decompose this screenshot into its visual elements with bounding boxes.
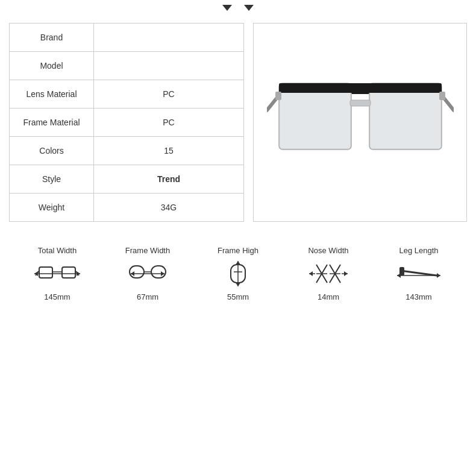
svg-marker-35 xyxy=(344,271,348,276)
table-value xyxy=(94,24,244,52)
svg-marker-34 xyxy=(309,271,313,276)
measurement-item: Nose Width 14mm xyxy=(289,246,368,301)
measurement-label: Frame Width xyxy=(125,246,170,255)
measurement-value: 14mm xyxy=(318,292,339,301)
measurement-item: Frame Width 67mm xyxy=(108,246,187,301)
table-row: Brand xyxy=(10,24,244,52)
measurement-item: Leg Length 143mm xyxy=(380,246,458,301)
leg-length-icon xyxy=(395,259,443,289)
svg-rect-15 xyxy=(62,267,75,278)
table-label: Colors xyxy=(10,137,94,165)
svg-rect-4 xyxy=(371,84,440,148)
right-triangle-icon xyxy=(244,5,254,11)
frame-width-icon xyxy=(124,259,172,289)
measurement-label: Nose Width xyxy=(308,246,348,255)
svg-rect-22 xyxy=(130,266,144,278)
measurements-section: Total Width 145mmFrame Width 67mmFrame H… xyxy=(0,234,476,307)
svg-rect-23 xyxy=(151,266,166,278)
product-info-table: BrandModelLens MaterialPCFrame MaterialP… xyxy=(9,23,244,222)
measurement-item: Total Width 145mm xyxy=(18,246,96,301)
table-row: Lens MaterialPC xyxy=(10,80,244,109)
svg-rect-6 xyxy=(279,83,442,93)
product-info-header xyxy=(0,0,476,17)
product-image-box xyxy=(253,23,467,222)
measurement-value: 67mm xyxy=(137,292,158,301)
table-value: PC xyxy=(94,109,244,137)
product-image xyxy=(267,62,454,183)
frame-high-icon xyxy=(214,259,262,289)
table-value: PC xyxy=(94,80,244,109)
table-row: Colors15 xyxy=(10,137,244,165)
svg-rect-9 xyxy=(275,92,281,100)
total-width-icon xyxy=(33,259,81,289)
svg-rect-10 xyxy=(439,92,445,100)
svg-line-39 xyxy=(401,271,437,276)
table-row: Model xyxy=(10,52,244,80)
table-row: Weight34G xyxy=(10,194,244,222)
main-content: BrandModelLens MaterialPCFrame MaterialP… xyxy=(0,17,476,228)
table-label: Weight xyxy=(10,194,94,222)
measurement-value: 143mm xyxy=(406,292,431,301)
table-label: Brand xyxy=(10,24,94,52)
table-value: Trend xyxy=(94,165,244,194)
svg-rect-2 xyxy=(280,84,350,148)
table-label: Model xyxy=(10,52,94,80)
nose-width-icon xyxy=(304,259,352,289)
svg-rect-40 xyxy=(399,267,404,276)
table-value: 15 xyxy=(94,137,244,165)
table-label: Frame Material xyxy=(10,109,94,137)
table-label: Style xyxy=(10,165,94,194)
measurement-label: Total Width xyxy=(38,246,77,255)
table-row: Frame MaterialPC xyxy=(10,109,244,137)
table-value xyxy=(94,52,244,80)
left-triangle-icon xyxy=(222,5,232,11)
measurement-value: 145mm xyxy=(44,292,70,301)
table-row: StyleTrend xyxy=(10,165,244,194)
table-label: Lens Material xyxy=(10,80,94,109)
table-value: 34G xyxy=(94,194,244,222)
measurement-label: Leg Length xyxy=(399,246,438,255)
measurement-value: 55mm xyxy=(227,292,249,301)
measurement-item: Frame High 55mm xyxy=(199,246,277,301)
svg-rect-14 xyxy=(39,267,52,278)
measurement-label: Frame High xyxy=(218,246,258,255)
svg-rect-5 xyxy=(350,100,371,106)
